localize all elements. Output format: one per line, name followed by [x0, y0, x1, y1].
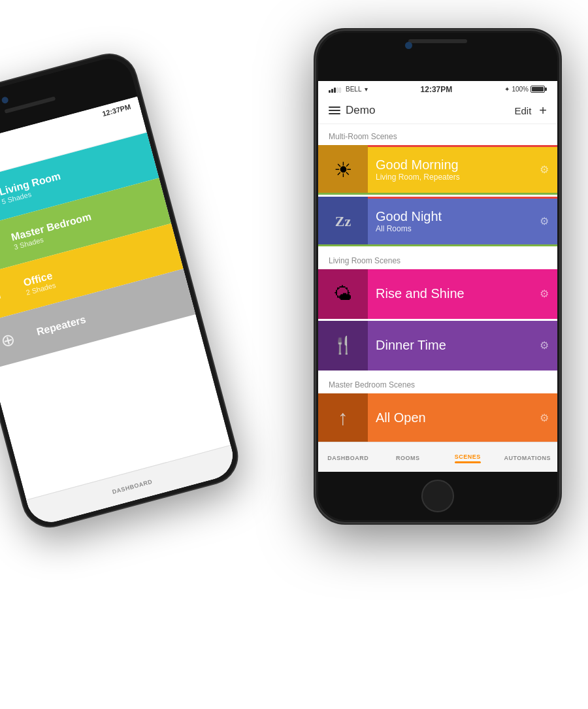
add-button[interactable]: +: [539, 103, 547, 118]
good-morning-gear[interactable]: ⚙: [531, 163, 557, 176]
repeaters-icon: ⊕: [0, 311, 37, 369]
home-indicator: [318, 472, 557, 520]
good-night-text: Good Night All Rooms: [368, 209, 531, 233]
scene-dinner-time[interactable]: 🍴 Dinner Time ⚙: [318, 321, 557, 371]
section-multiroom: Multi-Room Scenes: [318, 124, 557, 145]
front-camera: [405, 42, 412, 49]
battery-area: ✦ 100%: [504, 86, 547, 93]
front-screen: BELL ▾ 12:37PM ✦ 100%: [318, 81, 557, 472]
repeaters-text: Repeaters: [29, 312, 93, 340]
scene-rise-shine[interactable]: 🌤 Rise and Shine ⚙: [318, 269, 557, 319]
carrier-label: BELL: [346, 86, 361, 93]
back-camera: [1, 96, 9, 104]
good-morning-icon: ☀: [318, 145, 368, 195]
back-phone: ●●○○ BELL ▾ 12:37PM Demo 🛋: [0, 47, 244, 534]
scene-good-night[interactable]: Zz Good Night All Rooms ⚙: [318, 197, 557, 246]
scene-all-open[interactable]: ↑ All Open ⚙: [318, 393, 557, 443]
tab-rooms[interactable]: ROOMS: [378, 452, 438, 461]
good-night-gear[interactable]: ⚙: [531, 215, 557, 227]
wifi-icon: ▾: [365, 86, 368, 93]
good-night-icon: Zz: [318, 197, 368, 246]
rise-shine-icon: 🌤: [318, 269, 368, 319]
scenes-content: Multi-Room Scenes ☀ Good Morning Living …: [318, 124, 557, 456]
battery-percent: 100%: [512, 86, 529, 93]
back-speaker: [4, 96, 56, 114]
front-notch: [318, 33, 557, 81]
office-room-text: Office 2 Shades: [16, 268, 63, 298]
home-button[interactable]: [421, 480, 454, 512]
rise-shine-gear[interactable]: ⚙: [531, 288, 557, 300]
bluetooth-icon: ✦: [504, 86, 510, 93]
dinner-time-text: Dinner Time: [368, 338, 531, 353]
battery-icon: [531, 86, 547, 93]
scene-good-morning[interactable]: ☀ Good Morning Living Room, Repeaters ⚙: [318, 145, 557, 195]
front-signal: BELL ▾: [329, 86, 368, 93]
tab-active-indicator: [455, 461, 481, 463]
front-status-bar: BELL ▾ 12:37PM ✦ 100%: [318, 81, 557, 98]
dinner-time-gear[interactable]: ⚙: [531, 339, 557, 352]
rise-shine-text: Rise and Shine: [368, 286, 531, 301]
all-open-gear[interactable]: ⚙: [531, 412, 557, 424]
front-hamburger-icon[interactable]: [329, 107, 340, 114]
back-tab-dashboard[interactable]: DASHBOARD: [29, 455, 236, 517]
tab-scenes[interactable]: SCENES: [438, 451, 498, 463]
dinner-time-icon: 🍴: [318, 321, 368, 371]
section-living: Living Room Scenes: [318, 248, 557, 269]
edit-button[interactable]: Edit: [514, 105, 531, 116]
back-tab-bar: DASHBOARD: [26, 444, 238, 527]
front-app-header: Demo Edit +: [318, 98, 557, 124]
all-open-icon: ↑: [318, 393, 368, 443]
section-master: Master Bedroom Scenes: [318, 372, 557, 393]
tab-automations[interactable]: AUTOMATIONS: [498, 452, 558, 461]
tab-dashboard[interactable]: DASHBOARD: [318, 452, 378, 461]
front-phone: BELL ▾ 12:37PM ✦ 100%: [314, 28, 562, 525]
all-open-text: All Open: [368, 410, 531, 425]
front-tab-bar: DASHBOARD ROOMS SCENES AUTOMATIONS: [318, 442, 557, 472]
living-room-text: Living Room 5 Shades: [0, 168, 71, 206]
good-morning-text: Good Morning Living Room, Repeaters: [368, 157, 531, 182]
front-time: 12:37PM: [421, 85, 453, 94]
front-speaker: [408, 39, 467, 43]
front-header-title: Demo: [346, 104, 375, 117]
